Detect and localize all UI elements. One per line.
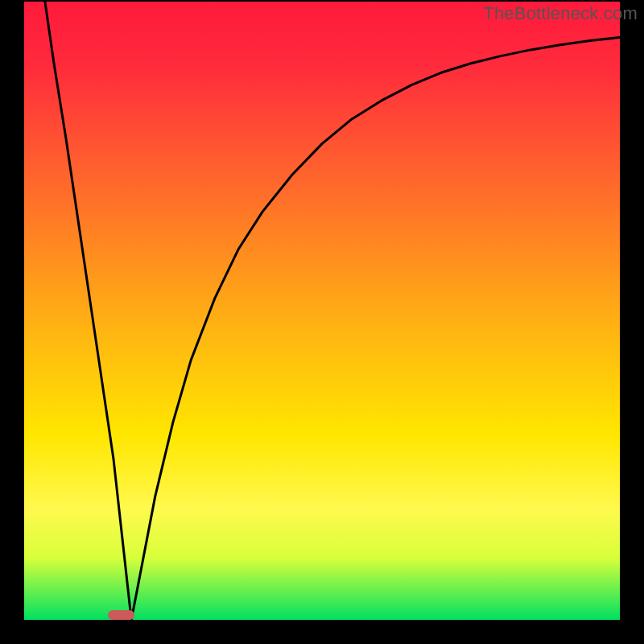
- chart-frame: TheBottleneck.com: [0, 0, 644, 644]
- curve-path: [45, 2, 620, 620]
- plot-area: [24, 2, 620, 620]
- curve-svg: [24, 2, 620, 620]
- min-marker: [108, 610, 134, 620]
